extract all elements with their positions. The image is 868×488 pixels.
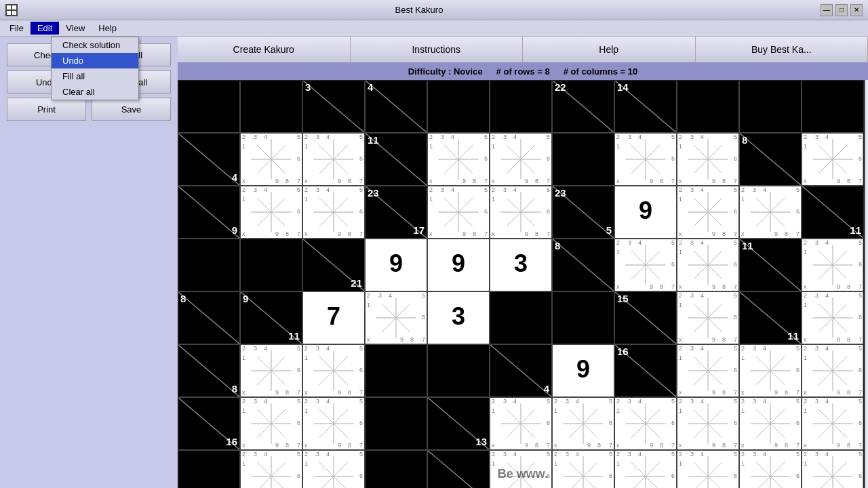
difficulty-label: Difficulty : Novice [408,66,483,77]
edit-dropdown-menu: Check solution Undo Fill all Clear all [51,37,139,100]
rows-label: # of rows = 8 [496,66,550,77]
print-button[interactable]: Print [7,98,86,121]
buy-button[interactable]: Buy Best Ka... [696,37,869,62]
dropdown-clearall[interactable]: Clear all [52,84,138,100]
save-button[interactable]: Save [92,98,171,121]
dropdown-fillall[interactable]: Fill all [52,68,138,84]
close-button[interactable]: ✕ [850,4,863,16]
grid-container: Be www. [178,80,868,488]
nav-bar: Create Kakuro Instructions Help Buy Best… [178,37,868,62]
cols-label: # of columns = 10 [564,66,637,77]
window-controls: — □ ✕ [821,4,863,16]
svg-rect-3 [12,11,16,15]
menu-file[interactable]: File [3,22,31,35]
minimize-button[interactable]: — [821,4,833,16]
help-button[interactable]: Help [523,37,696,62]
app-icon [5,4,18,16]
maximize-button[interactable]: □ [835,4,848,16]
title-bar: Best Kakuro — □ ✕ [0,0,868,20]
menu-edit[interactable]: Edit [31,22,59,35]
watermark: Be www. [498,467,548,481]
menu-help[interactable]: Help [92,22,123,35]
window-title: Best Kakuro [18,5,821,15]
toolbar-area: Check Fill all Undo Clear all Print Save [0,37,178,488]
menu-view[interactable]: View [59,22,92,35]
dropdown-check[interactable]: Check solution [52,37,138,53]
puzzle-area: Difficulty : Novice # of rows = 8 # of c… [178,62,868,488]
toolbar-row-3: Print Save [7,98,171,121]
instructions-button[interactable]: Instructions [351,37,524,62]
svg-rect-1 [12,5,16,9]
menu-bar: File Edit View Help Check solution Undo … [0,20,868,37]
create-kakuro-button[interactable]: Create Kakuro [178,37,351,62]
svg-rect-2 [7,11,11,15]
dropdown-undo[interactable]: Undo [52,53,138,68]
svg-rect-0 [7,5,11,9]
info-bar: Difficulty : Novice # of rows = 8 # of c… [178,62,868,80]
